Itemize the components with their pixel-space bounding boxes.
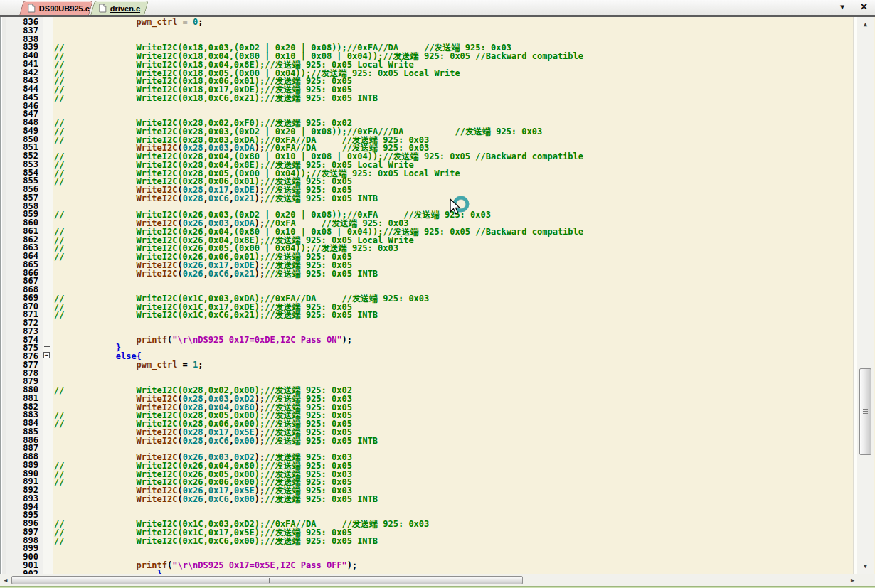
- fold-cell: [43, 268, 53, 277]
- code-line[interactable]: [54, 552, 853, 560]
- code-line[interactable]: WriteI2C(0x26,0xC6,0x00);//发送端 925: 0x05…: [54, 493, 853, 502]
- code-line[interactable]: // WriteI2C(0x18,0x17,0xDE);//发送端 925: 0…: [54, 84, 853, 92]
- code-line[interactable]: // WriteI2C(0x28,0x02,0xF0);//发送端 925: 0…: [54, 117, 853, 126]
- line-number: 845: [6, 92, 43, 101]
- code-line[interactable]: WriteI2C(0x28,0xC6,0x00);//发送端 925: 0x05…: [54, 435, 853, 444]
- fold-cell: [43, 518, 53, 527]
- code-line[interactable]: else{: [54, 351, 853, 360]
- line-number: 897: [6, 527, 43, 535]
- code-line[interactable]: // WriteI2C(0x18,0x04,(0x80 | 0x10 | 0x0…: [54, 50, 853, 59]
- line-number: 896: [6, 518, 43, 527]
- code-line[interactable]: // WriteI2C(0x1C,0x03,0xDA);//0xFA//DA /…: [54, 293, 853, 301]
- code-line[interactable]: // WriteI2C(0x18,0x03,(0xD2 | 0x20 | 0x0…: [54, 42, 853, 50]
- code-line[interactable]: WriteI2C(0x28,0x17,0xDE);//发送端 925: 0x05: [54, 184, 853, 193]
- line-number: 876: [6, 351, 43, 360]
- fold-cell: [43, 142, 53, 151]
- fold-cell: [43, 184, 53, 193]
- scroll-right-icon[interactable]: ►: [851, 577, 854, 584]
- code-line[interactable]: // WriteI2C(0x1C,0x17,0x5E);//发送端 925: 0…: [54, 527, 853, 535]
- code-line[interactable]: // WriteI2C(0x26,0x04,0x80);//发送端 925: 0…: [54, 460, 853, 469]
- code-line[interactable]: WriteI2C(0x26,0x17,0xDE);//发送端 925: 0x05: [54, 260, 853, 268]
- tab-list-dropdown-icon[interactable]: ▼: [840, 2, 844, 12]
- horizontal-scroll-thumb[interactable]: [11, 576, 523, 584]
- line-number: 848: [6, 117, 43, 126]
- line-number: 885: [6, 427, 43, 435]
- code-line[interactable]: [54, 326, 853, 335]
- code-line[interactable]: // WriteI2C(0x1C,0xC6,0x21);//发送端 925: 0…: [54, 309, 853, 318]
- code-line[interactable]: pwm_ctrl = 0;: [54, 17, 853, 26]
- code-line[interactable]: [54, 34, 853, 43]
- code-line[interactable]: // WriteI2C(0x28,0x04,(0x80 | 0x10 | 0x0…: [54, 151, 853, 159]
- code-line[interactable]: [54, 284, 853, 293]
- line-number: 859: [6, 209, 43, 218]
- fold-cell: [43, 176, 53, 184]
- code-line[interactable]: // WriteI2C(0x28,0x05,(0x00 | 0x04));//发…: [54, 168, 853, 176]
- horizontal-scrollbar[interactable]: ◄ ►: [0, 574, 875, 586]
- fold-cell: [43, 276, 53, 284]
- code-line[interactable]: // WriteI2C(0x26,0x06,0x01);//发送端 925: 0…: [54, 251, 853, 260]
- code-line[interactable]: WriteI2C(0x28,0xC6,0x21);//发送端 925: 0x05…: [54, 193, 853, 201]
- scroll-down-icon[interactable]: ▼: [857, 563, 874, 570]
- code-line[interactable]: // WriteI2C(0x28,0x03,(0xD2 | 0x20 | 0x0…: [54, 126, 853, 134]
- line-number-gutter: 8368378388398408418428438448458468478488…: [6, 17, 43, 574]
- code-line[interactable]: printf("\r\nDS925 0x17=0x5E,I2C Pass OFF…: [54, 560, 853, 569]
- fold-cell: [43, 427, 53, 435]
- code-line[interactable]: // WriteI2C(0x26,0x05,0x00);//发送端 925: 0…: [54, 469, 853, 477]
- fold-toggle-icon[interactable]: −: [43, 352, 50, 358]
- code-line[interactable]: // WriteI2C(0x26,0x04,(0x80 | 0x10 | 0x0…: [54, 226, 853, 235]
- line-number: 846: [6, 101, 43, 109]
- code-line[interactable]: // WriteI2C(0x28,0x06,0x00);//发送端 925: 0…: [54, 418, 853, 427]
- code-line[interactable]: pwm_ctrl = 1;: [54, 360, 853, 368]
- line-number: 854: [6, 168, 43, 176]
- fold-cell: [43, 469, 53, 477]
- code-area[interactable]: pwm_ctrl = 0;// WriteI2C(0x18,0x03,(0xD2…: [54, 17, 853, 574]
- line-number: 861: [6, 226, 43, 235]
- line-number: 892: [6, 485, 43, 493]
- code-line[interactable]: // WriteI2C(0x28,0x02,0x00);//发送端 925: 0…: [54, 385, 853, 393]
- code-line[interactable]: WriteI2C(0x28,0x03,0xD2);//发送端 925: 0x03: [54, 393, 853, 402]
- line-number: 868: [6, 284, 43, 293]
- scroll-left-icon[interactable]: ◄: [4, 577, 7, 584]
- scroll-up-icon[interactable]: ▲: [857, 21, 874, 28]
- tab-ds90ub925[interactable]: DS90UB925.c: [19, 1, 93, 15]
- code-line[interactable]: // WriteI2C(0x28,0x05,0x00);//发送端 925: 0…: [54, 410, 853, 418]
- fold-cell: [43, 385, 53, 393]
- fold-cell: [43, 410, 53, 418]
- code-line[interactable]: WriteI2C(0x28,0x04,0x80);//发送端 925: 0x05: [54, 402, 853, 410]
- code-line[interactable]: // WriteI2C(0x18,0xC6,0x21);//发送端 925: 0…: [54, 92, 853, 101]
- vertical-scroll-thumb[interactable]: [859, 368, 871, 455]
- fold-cell: [43, 309, 53, 318]
- line-number: 879: [6, 376, 43, 385]
- close-tab-icon[interactable]: ✕: [860, 2, 868, 12]
- fold-cell: [43, 159, 53, 168]
- code-line[interactable]: WriteI2C(0x26,0x03,0xD2);//发送端 925: 0x03: [54, 451, 853, 460]
- tab-driven[interactable]: driven.c: [90, 1, 149, 15]
- tab-label: DS90UB925.c: [39, 4, 90, 13]
- fold-cell: [43, 343, 53, 351]
- code-line[interactable]: // WriteI2C(0x1C,0x17,0xDE);//发送端 925: 0…: [54, 301, 853, 310]
- line-number: 887: [6, 443, 43, 451]
- fold-cell: [43, 502, 53, 511]
- vertical-scrollbar[interactable]: ▲ ▼: [857, 17, 874, 574]
- line-number: 862: [6, 235, 43, 243]
- fold-cell: [43, 435, 53, 444]
- line-number: 898: [6, 535, 43, 544]
- code-line[interactable]: [54, 510, 853, 518]
- code-line[interactable]: // WriteI2C(0x26,0x06,0x00);//发送端 925: 0…: [54, 476, 853, 485]
- fold-cell: [43, 92, 53, 101]
- code-line[interactable]: // WriteI2C(0x26,0x05,(0x00 | 0x04));//发…: [54, 242, 853, 251]
- code-line[interactable]: WriteI2C(0x26,0xC6,0x21);//发送端 925: 0x05…: [54, 268, 853, 277]
- code-line[interactable]: // WriteI2C(0x1C,0x03,0xD2);//0xFA//DA /…: [54, 518, 853, 527]
- fold-cell: [43, 193, 53, 201]
- code-line[interactable]: // WriteI2C(0x18,0x05,(0x00 | 0x04));//发…: [54, 68, 853, 76]
- code-line[interactable]: printf("\r\nDS925 0x17=0xDE,I2C Pass ON"…: [54, 335, 853, 343]
- code-line[interactable]: WriteI2C(0x26,0x17,0x5E);//发送端 925: 0x03: [54, 485, 853, 493]
- line-number: 836: [6, 17, 43, 26]
- line-number: 888: [6, 451, 43, 460]
- code-line[interactable]: [54, 109, 853, 117]
- code-line[interactable]: [54, 376, 853, 385]
- code-line[interactable]: WriteI2C(0x28,0x17,0x5E);//发送端 925: 0x05: [54, 427, 853, 435]
- code-line[interactable]: // WriteI2C(0x1C,0xC6,0x00);//发送端 925: 0…: [54, 535, 853, 544]
- code-line[interactable]: // WriteI2C(0x26,0x03,(0xD2 | 0x20 | 0x0…: [54, 209, 853, 218]
- code-line[interactable]: WriteI2C(0x28,0x03,0xDA);//0xFA//DA //发送…: [54, 142, 853, 151]
